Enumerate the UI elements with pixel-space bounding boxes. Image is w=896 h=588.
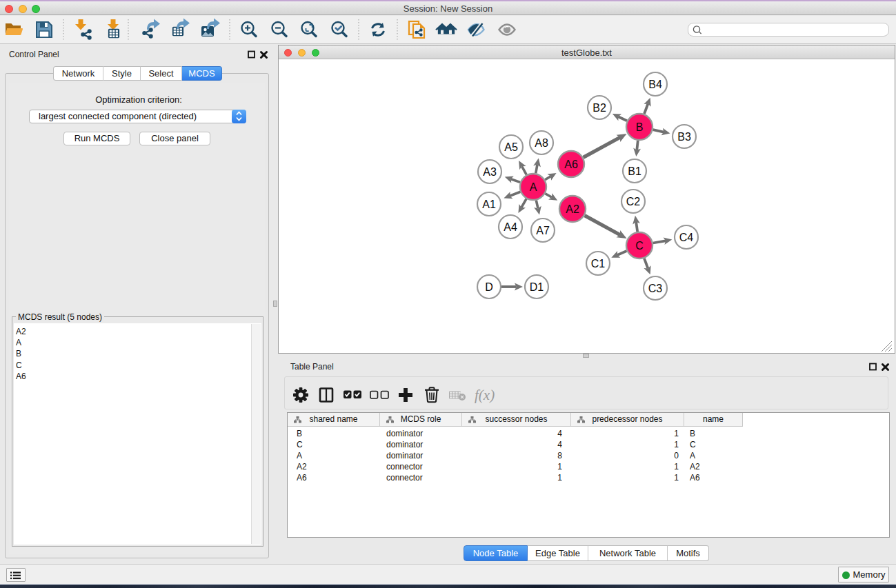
svg-text:A6: A6 [564, 159, 578, 170]
svg-text:A8: A8 [535, 137, 548, 149]
svg-text:A2: A2 [566, 203, 579, 215]
svg-text:D: D [485, 281, 493, 293]
svg-text:C: C [635, 240, 644, 252]
svg-text:B2: B2 [593, 102, 606, 114]
svg-text:A3: A3 [483, 166, 497, 178]
svg-text:C2: C2 [626, 196, 641, 207]
svg-text:C3: C3 [648, 283, 663, 294]
svg-text:B4: B4 [648, 79, 662, 90]
svg-text:A7: A7 [536, 225, 550, 236]
svg-text:B1: B1 [628, 165, 641, 177]
svg-text:A5: A5 [504, 141, 518, 153]
svg-text:A4: A4 [504, 221, 517, 233]
svg-text:A1: A1 [482, 199, 496, 210]
svg-text:C4: C4 [679, 232, 694, 243]
svg-text:C1: C1 [591, 258, 606, 270]
svg-text:B3: B3 [677, 131, 691, 143]
svg-text:D1: D1 [530, 281, 544, 293]
svg-text:A: A [530, 181, 537, 193]
svg-text:f(x): f(x) [475, 387, 495, 403]
svg-text:B: B [636, 121, 644, 133]
